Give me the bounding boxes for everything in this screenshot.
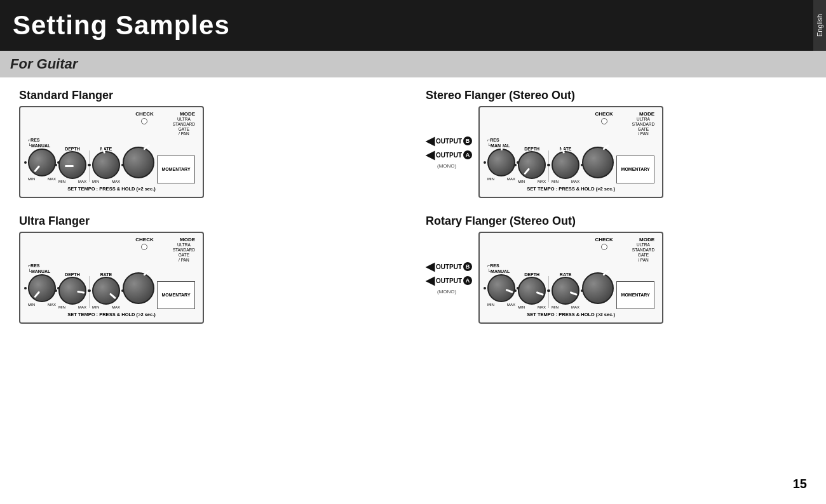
tempo-ro: SET TEMPO : PRESS & HOLD (>2 sec.) [485,312,657,317]
arrow-b-r: ◀ [426,261,435,272]
output-a-row-r: ◀ OUTPUT A [426,275,472,286]
check-label-st: CHECK [595,111,613,117]
check-dot-std [141,118,147,124]
depth-label-ul: DEPTH [65,272,80,277]
dot-l-k3-st [548,164,550,166]
output-a-label: OUTPUT [436,152,462,159]
device-rotary: ◀ OUTPUT B ◀ OUTPUT A (MONO) RES CHECK [426,232,807,324]
output-arrows-rotary: ◀ OUTPUT B ◀ OUTPUT A (MONO) [426,261,472,295]
dot-left-k1-std [24,161,27,164]
knob-res-ul [28,274,56,302]
mono-label-stereo: (MONO) [437,163,472,169]
badge-b-r: B [463,262,472,271]
preset-title-rotary: Rotary Flanger (Stereo Out) [426,215,807,228]
momentary-btn-st[interactable]: MOMENTARY [616,156,654,183]
depth-label-ro: DEPTH [524,272,539,277]
tempo-st: SET TEMPO : PRESS & HOLD (>2 sec.) [485,186,657,192]
content-grid: Standard Flanger RES CHECK MODE ULTRASTA… [0,77,826,335]
knob-mode-ul [123,272,154,304]
rate-label-ul: RATE [100,272,112,277]
minmax-k3-ro: MINMAX [552,305,579,309]
knob-res-std [28,149,56,176]
preset-title-ultra: Ultra Flanger [19,215,400,228]
output-b-label-r: OUTPUT [436,263,462,270]
check-label-ul: CHECK [135,237,153,242]
minmax-k1-ro: MINMAX [487,303,515,307]
preset-rotary-flanger: Rotary Flanger (Stereo Out) ◀ OUTPUT B ◀… [426,209,807,329]
knob-res-st [487,149,515,176]
mono-label-rotary: (MONO) [437,289,472,295]
dot-l-k1-ro [484,287,486,289]
knob-rate-std [92,151,120,179]
badge-a: A [463,150,472,159]
minmax-k2-std: MINMAX [58,180,86,183]
device-stereo: ◀ OUTPUT B ◀ OUTPUT A (MONO) RES CHECK [426,106,807,198]
res-label-std: ⌐RES└MANUAL [28,138,50,149]
mode-sub-ro: ULTRASTANDARDGATE/ PAN [632,242,654,262]
header: Setting Samples English [0,0,826,51]
momentary-btn-ul[interactable]: MOMENTARY [157,281,195,309]
minmax-k3-ul: MINMAX [92,305,120,309]
preset-title-stereo: Stereo Flanger (Stereo Out) [426,89,807,102]
knob-depth-ul [58,277,86,305]
depth-label-std: DEPTH [65,147,80,151]
mode-label-std: MODE [173,111,195,117]
arrow-b: ◀ [426,135,435,147]
section-title: For Guitar [10,56,78,72]
knob-mode-st [582,147,614,178]
minmax-k1-std: MINMAX [28,177,56,181]
device-box-ultra: RES CHECK MODE ULTRASTANDARDGATE/ PAN [19,232,204,324]
minmax-k1-st: MINMAX [487,177,515,181]
badge-a-r: A [463,276,472,285]
device-ultra: RES CHECK MODE ULTRASTANDARDGATE/ PAN [19,232,400,324]
check-label-ro: CHECK [595,237,613,242]
preset-ultra-flanger: Ultra Flanger RES CHECK MODE ULTRASTANDA… [19,209,400,329]
tempo-ul: SET TEMPO : PRESS & HOLD (>2 sec.) [25,312,198,317]
language-tab: English [813,0,826,51]
arrow-a: ◀ [426,149,435,161]
check-dot-ul [141,244,147,250]
knob-depth-st [518,151,546,179]
momentary-btn-ro[interactable]: MOMENTARY [616,281,654,309]
knob-mode-std [123,147,154,178]
preset-stereo-flanger: Stereo Flanger (Stereo Out) ◀ OUTPUT B ◀… [426,84,807,203]
dot-left-k2-std [55,164,57,166]
dot-l-k2-ul [55,289,57,292]
dot-l-k2-ro [514,289,517,292]
res-label-ro: ⌐RES└MANUAL [487,263,510,274]
depth-label-st: DEPTH [524,147,539,151]
res-label-ul: ⌐RES└MANUAL [28,263,50,274]
knob-res-ro [487,274,515,302]
device-box-standard: RES CHECK MODE ULTRASTANDARDGATE/ PAN [19,106,204,198]
dot-l-k1-ul [24,287,27,289]
output-a-label-r: OUTPUT [436,277,462,284]
mode-label-ul: MODE [173,237,195,242]
mode-label-st: MODE [632,111,654,117]
minmax-k2-ro: MINMAX [518,305,546,309]
device-standard: RES CHECK MODE ULTRASTANDARDGATE/ PAN [19,106,400,198]
device-box-rotary: RES CHECK MODE ULTRASTANDARDGATE/ PAN [478,232,663,324]
knob-rate-st [552,151,579,179]
res-label-st: ⌐RES└MANUAL [487,138,510,149]
mode-sub-st: ULTRASTANDARDGATE/ PAN [632,117,654,136]
check-dot-ro [601,244,607,250]
knob-depth-ro [518,277,546,305]
mode-label-ro: MODE [632,237,654,242]
dot-l-k2-st [514,164,517,166]
output-arrows-stereo: ◀ OUTPUT B ◀ OUTPUT A (MONO) [426,135,472,169]
arrow-a-r: ◀ [426,275,435,286]
knob-rate-ul [92,277,120,305]
dot-l-k1-st [484,161,486,164]
check-dot-st [601,118,607,124]
badge-b: B [463,136,472,145]
page-title: Setting Samples [13,10,230,41]
dot-l-k3-ro [548,289,550,292]
preset-standard-flanger: Standard Flanger RES CHECK MODE ULTRASTA… [19,84,400,203]
knob-mode-ro [582,272,614,304]
mode-sub-ul: ULTRASTANDARDGATE/ PAN [173,242,195,262]
momentary-btn-std[interactable]: MOMENTARY [157,156,195,183]
minmax-k3-std: MINMAX [92,180,120,183]
output-b-row-r: ◀ OUTPUT B [426,261,472,272]
minmax-k2-ul: MINMAX [58,305,86,309]
tempo-std: SET TEMPO : PRESS & HOLD (>2 sec.) [25,186,198,192]
